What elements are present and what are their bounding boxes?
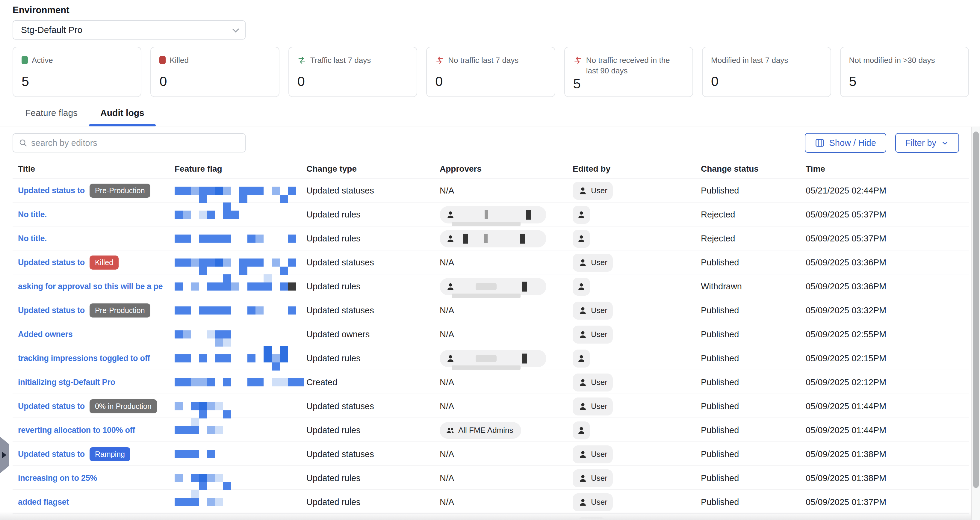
audit-entry-link[interactable]: No title. (18, 210, 47, 219)
time-cell: 05/09/2025 01:38PM (806, 473, 969, 483)
tab-audit-logs[interactable]: Audit logs (89, 108, 156, 126)
table-row: added flagsetUpdated rulesN/AUserPublish… (13, 490, 969, 514)
title-cell: added flagset (13, 498, 175, 507)
editor-pill (573, 278, 590, 296)
table-row: Updated status toPre-ProductionUpdated s… (13, 178, 969, 202)
edited-by-cell (573, 350, 701, 367)
environment-select[interactable]: Stg-Default Pro (13, 21, 246, 40)
editor-label: User (591, 258, 608, 267)
approvers-cell: All FME Admins (440, 418, 573, 442)
edited-by-cell (573, 206, 701, 224)
editor-pill (573, 230, 590, 248)
audit-logs-page: Environment Stg-Default Pro Active 5Kill… (0, 0, 980, 519)
chevron-down-icon (232, 26, 239, 33)
person-icon (578, 450, 588, 459)
audit-entry-link[interactable]: Updated status to (18, 402, 85, 411)
approvers-cell (440, 203, 573, 227)
audit-entry-link[interactable]: Updated status to (18, 306, 85, 315)
stat-card-label: Traffic last 7 days (298, 55, 408, 65)
filter-by-button[interactable]: Filter by (895, 133, 959, 153)
redaction-mark (476, 355, 496, 362)
stat-card: Active 5 (13, 47, 142, 97)
approvers-cell (440, 275, 573, 299)
audit-entry-link[interactable]: Updated status to (18, 186, 85, 195)
stat-card-label: Active (22, 55, 132, 65)
stat-card-value: 5 (22, 74, 132, 89)
stat-card-label: Killed (159, 55, 270, 65)
feature-flag-redacted (175, 418, 306, 442)
change-status-cell: Rejected (701, 210, 806, 219)
stat-card: Traffic last 7 days 0 (288, 47, 417, 97)
time-cell: 05/09/2025 03:36PM (806, 281, 969, 291)
stat-card-label: No traffic last 7 days (435, 55, 546, 65)
edited-by-cell (573, 230, 701, 248)
editor-label: User (591, 498, 608, 507)
table-row: asking for approval so this will be a pe… (13, 274, 969, 298)
environment-value: Stg-Default Pro (21, 25, 83, 35)
change-status-cell: Published (701, 425, 806, 435)
editor-pill (573, 206, 590, 224)
audit-entry-link[interactable]: asking for approval so this will be a pe (18, 282, 162, 291)
table-row: Updated status to0% in ProductionUpdated… (13, 394, 969, 418)
person-icon (577, 210, 586, 219)
scrollbar-thumb[interactable] (973, 132, 979, 488)
tab-feature-flags[interactable]: Feature flags (14, 108, 89, 126)
audit-entry-link[interactable]: No title. (18, 234, 47, 243)
approvers-cell: N/A (440, 179, 573, 203)
audit-entry-link[interactable]: added flagset (18, 498, 69, 507)
feature-flag-redacted (175, 466, 306, 490)
editor-label: User (591, 306, 608, 315)
vertical-scrollbar[interactable] (971, 127, 980, 520)
audit-entry-link[interactable]: increasing on to 25% (18, 474, 97, 483)
audit-entry-link[interactable]: tracking impressions toggled to off (18, 354, 150, 363)
stat-card: No traffic last 7 days 0 (426, 47, 555, 97)
change-status-cell: Published (701, 329, 806, 339)
change-type-cell: Updated statuses (306, 186, 440, 196)
column-header-approvers: Approvers (440, 164, 573, 174)
audit-entry-link[interactable]: initializing stg-Default Pro (18, 378, 115, 387)
edited-by-cell: User (573, 302, 701, 320)
table-toolbar: Show / Hide Filter by (13, 133, 959, 153)
change-status-cell: Published (701, 258, 806, 267)
person-icon (445, 282, 455, 291)
person-icon (577, 282, 586, 291)
change-type-cell: Updated rules (306, 353, 440, 363)
redaction-mark (476, 283, 496, 290)
people-icon (445, 426, 455, 435)
approver-redacted-pill (440, 278, 546, 295)
change-type-cell: Updated statuses (306, 449, 440, 459)
title-cell: increasing on to 25% (13, 474, 175, 483)
audit-entry-link[interactable]: Updated status to (18, 450, 85, 459)
approver-group-pill: All FME Admins (440, 422, 521, 439)
approver-redacted-pill (440, 230, 546, 247)
editor-label: User (591, 474, 608, 483)
title-cell: Added owners (13, 330, 175, 339)
audit-entry-link[interactable]: Updated status to (18, 258, 85, 267)
person-icon (578, 330, 588, 339)
search-input[interactable] (31, 138, 240, 148)
change-type-cell: Updated owners (306, 329, 440, 339)
feature-flag-redacted (175, 226, 306, 251)
editor-pill: User (573, 326, 613, 343)
edited-by-cell (573, 278, 701, 296)
person-icon (578, 378, 588, 387)
edited-by-cell: User (573, 254, 701, 272)
title-cell: No title. (13, 210, 175, 219)
column-header-edited-by: Edited by (573, 164, 701, 174)
change-status-cell: Published (701, 377, 806, 387)
change-status-cell: Published (701, 497, 806, 507)
redaction-underbar (452, 366, 520, 370)
title-cell: Updated status toPre-Production (13, 184, 175, 198)
search-box[interactable] (13, 133, 246, 153)
title-cell: Updated status to0% in Production (13, 399, 175, 413)
audit-entry-link[interactable]: reverting allocation to 100% off (18, 426, 135, 435)
person-icon (578, 258, 588, 267)
audit-entry-link[interactable]: Added owners (18, 330, 73, 339)
person-icon (578, 306, 588, 315)
edited-by-cell: User (573, 326, 701, 343)
editor-pill (573, 350, 590, 367)
show-hide-button[interactable]: Show / Hide (805, 133, 886, 153)
person-icon (445, 234, 455, 243)
redaction-underbar (452, 294, 520, 298)
audit-log-table: TitleFeature flagChange typeApproversEdi… (13, 160, 969, 514)
